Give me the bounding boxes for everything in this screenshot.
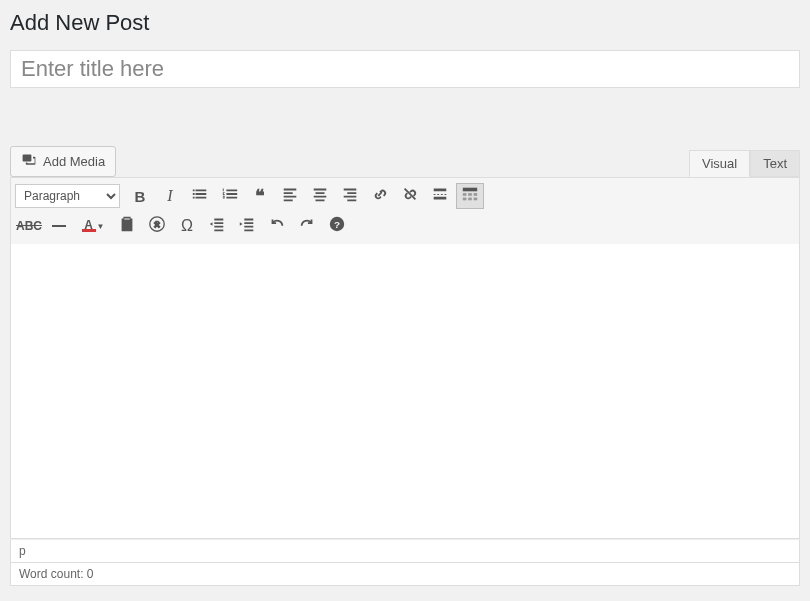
paste-text-button[interactable]: [113, 213, 141, 239]
svg-rect-5: [468, 198, 472, 201]
svg-rect-1: [463, 193, 467, 196]
bold-icon: B: [135, 188, 146, 205]
bullet-list-icon: [191, 185, 209, 207]
help-icon: ?: [328, 215, 346, 237]
svg-rect-2: [468, 193, 472, 196]
read-more-button[interactable]: [426, 183, 454, 209]
outdent-button[interactable]: [203, 213, 231, 239]
italic-icon: I: [167, 187, 172, 205]
svg-rect-6: [474, 198, 478, 201]
redo-icon: [298, 215, 316, 237]
redo-button[interactable]: [293, 213, 321, 239]
align-center-button[interactable]: [306, 183, 334, 209]
horizontal-rule-button[interactable]: [45, 213, 73, 239]
tab-visual[interactable]: Visual: [689, 150, 750, 177]
add-media-button[interactable]: Add Media: [10, 146, 116, 177]
help-button[interactable]: ?: [323, 213, 351, 239]
blockquote-button[interactable]: ❝: [246, 183, 274, 209]
undo-icon: [268, 215, 286, 237]
align-center-icon: [311, 185, 329, 207]
post-title-input[interactable]: [10, 50, 800, 88]
page-title: Add New Post: [10, 10, 800, 36]
special-character-button[interactable]: Ω: [173, 213, 201, 239]
link-button[interactable]: [366, 183, 394, 209]
number-list-icon: [221, 185, 239, 207]
toolbar-toggle-button[interactable]: [456, 183, 484, 209]
indent-icon: [238, 215, 256, 237]
indent-button[interactable]: [233, 213, 261, 239]
strikethrough-button[interactable]: ABC: [15, 213, 43, 239]
editor-toolbar: Paragraph B I ❝ ABC A▼ Ω ?: [10, 177, 800, 244]
bullet-list-button[interactable]: [186, 183, 214, 209]
paste-text-icon: [118, 215, 136, 237]
align-right-icon: [341, 185, 359, 207]
link-icon: [371, 185, 389, 207]
clear-formatting-button[interactable]: [143, 213, 171, 239]
add-media-label: Add Media: [43, 154, 105, 169]
editor-tabs: Visual Text: [689, 150, 800, 177]
strikethrough-icon: ABC: [16, 219, 42, 234]
svg-rect-3: [474, 193, 478, 196]
tab-text[interactable]: Text: [750, 150, 800, 177]
blockquote-icon: ❝: [255, 185, 265, 207]
format-select[interactable]: Paragraph: [15, 184, 120, 208]
clear-formatting-icon: [148, 215, 166, 237]
special-character-icon: Ω: [181, 217, 193, 235]
outdent-icon: [208, 215, 226, 237]
toolbar-toggle-icon: [461, 185, 479, 207]
text-color-button[interactable]: A▼: [75, 213, 111, 239]
read-more-icon: [431, 185, 449, 207]
svg-rect-4: [463, 198, 467, 201]
undo-button[interactable]: [263, 213, 291, 239]
text-color-icon: A: [82, 220, 96, 232]
bold-button[interactable]: B: [126, 183, 154, 209]
align-right-button[interactable]: [336, 183, 364, 209]
media-icon: [21, 152, 37, 171]
unlink-icon: [401, 185, 419, 207]
horizontal-rule-icon: [52, 225, 66, 227]
unlink-button[interactable]: [396, 183, 424, 209]
editor-content-area[interactable]: [10, 244, 800, 539]
svg-text:?: ?: [334, 219, 340, 230]
number-list-button[interactable]: [216, 183, 244, 209]
element-path-bar: p: [10, 539, 800, 563]
align-left-icon: [281, 185, 299, 207]
italic-button[interactable]: I: [156, 183, 184, 209]
align-left-button[interactable]: [276, 183, 304, 209]
svg-rect-0: [463, 188, 477, 192]
word-count-bar: Word count: 0: [10, 563, 800, 586]
chevron-down-icon: ▼: [97, 222, 105, 231]
